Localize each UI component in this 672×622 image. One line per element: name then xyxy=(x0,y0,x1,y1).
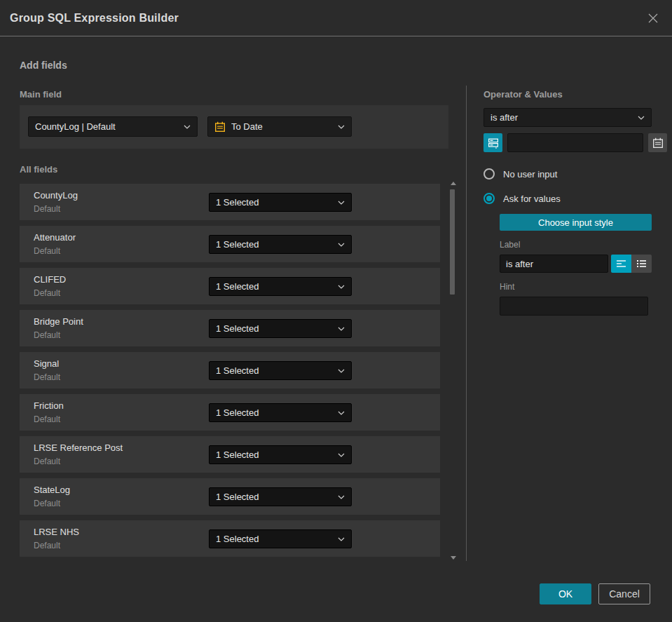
chevron-down-icon xyxy=(184,125,191,129)
field-card: Attenuator Default 1 Selected xyxy=(20,226,440,262)
hint-input[interactable] xyxy=(500,297,648,316)
operator-values-heading: Operator & Values xyxy=(484,89,563,100)
field-type: Default xyxy=(34,246,60,256)
field-name: Signal xyxy=(34,358,59,369)
field-name: LRSE Reference Post xyxy=(34,442,123,453)
fields-list-scrollbar[interactable] xyxy=(448,180,457,561)
bulleted-list-icon xyxy=(636,259,647,269)
ok-button[interactable]: OK xyxy=(540,583,591,604)
radio-ask-for-values[interactable]: Ask for values xyxy=(484,193,652,204)
field-type: Default xyxy=(34,541,60,550)
field-selection-dropdown[interactable]: 1 Selected xyxy=(209,529,352,548)
field-card: CLIFED Default 1 Selected xyxy=(20,268,440,304)
field-type: Default xyxy=(34,288,60,298)
field-selection-value: 1 Selected xyxy=(216,365,338,376)
field-card: Bridge Point Default 1 Selected xyxy=(20,310,440,346)
radio-circle-icon-checked[interactable] xyxy=(484,193,495,204)
chevron-down-icon xyxy=(338,327,345,331)
dialog-footer: OK Cancel xyxy=(540,583,650,604)
field-selection-value: 1 Selected xyxy=(216,323,338,334)
dialog-titlebar: Group SQL Expression Builder xyxy=(0,0,672,36)
field-card: LRSE Reference Post Default 1 Selected xyxy=(20,436,440,473)
field-selection-dropdown[interactable]: 1 Selected xyxy=(209,403,352,422)
chevron-down-icon xyxy=(338,243,345,247)
list-style-button[interactable] xyxy=(631,255,652,273)
chevron-down-icon xyxy=(338,285,345,289)
field-card: Signal Default 1 Selected xyxy=(20,352,440,388)
value-input[interactable] xyxy=(507,133,643,152)
field-card: LRSE NHS Default 1 Selected xyxy=(20,520,440,557)
field-type: Default xyxy=(34,204,60,214)
field-selection-dropdown[interactable]: 1 Selected xyxy=(209,487,352,506)
field-type: Default xyxy=(34,414,60,424)
field-type: Default xyxy=(34,330,60,340)
field-name: Bridge Point xyxy=(34,316,83,327)
field-selection-value: 1 Selected xyxy=(216,239,338,250)
date-picker-button[interactable] xyxy=(648,133,667,152)
main-field-heading: Main field xyxy=(20,89,62,100)
field-selection-value: 1 Selected xyxy=(216,449,338,460)
all-fields-heading: All fields xyxy=(20,164,57,175)
field-selection-dropdown[interactable]: 1 Selected xyxy=(209,445,352,464)
radio-no-user-input[interactable]: No user input xyxy=(484,168,652,180)
field-type: Default xyxy=(34,457,60,466)
operator-values-panel: is after No user input xyxy=(484,108,652,316)
calendar-icon xyxy=(214,121,226,133)
field-selection-value: 1 Selected xyxy=(216,534,338,544)
field-name: LRSE NHS xyxy=(34,527,79,537)
dialog-title: Group SQL Expression Builder xyxy=(10,12,179,25)
scroll-up-icon[interactable] xyxy=(451,182,456,185)
chevron-down-icon xyxy=(338,495,345,499)
field-selection-value: 1 Selected xyxy=(216,281,338,292)
operator-dropdown[interactable]: is after xyxy=(484,108,652,127)
hint-caption: Hint xyxy=(500,282,652,292)
field-selection-dropdown[interactable]: 1 Selected xyxy=(209,361,352,380)
field-card: CountyLog Default 1 Selected xyxy=(20,184,440,220)
radio-circle-icon[interactable] xyxy=(484,168,495,180)
scrollbar-thumb[interactable] xyxy=(450,189,455,295)
align-left-icon xyxy=(616,259,626,269)
single-line-style-button[interactable] xyxy=(611,255,631,273)
field-name: Attenuator xyxy=(34,232,76,243)
field-selection-value: 1 Selected xyxy=(216,492,338,502)
label-input[interactable] xyxy=(500,255,608,273)
chevron-down-icon xyxy=(338,369,345,373)
main-field-panel: CountyLog | Default To Date xyxy=(20,105,448,149)
radio-ask-for-values-label: Ask for values xyxy=(503,194,561,204)
cancel-button[interactable]: Cancel xyxy=(598,583,650,604)
all-fields-list: CountyLog Default 1 Selected Attenuator … xyxy=(20,181,440,557)
field-selection-value: 1 Selected xyxy=(216,407,338,418)
field-type: Default xyxy=(34,499,60,508)
date-field-dropdown-value: To Date xyxy=(231,121,332,132)
chevron-down-icon xyxy=(638,116,645,120)
field-selection-dropdown[interactable]: 1 Selected xyxy=(209,193,352,212)
panel-divider xyxy=(466,86,467,561)
field-name: CountyLog xyxy=(34,190,78,201)
main-field-dropdown-value: CountyLog | Default xyxy=(35,121,184,132)
field-name: StateLog xyxy=(34,485,70,495)
chevron-down-icon xyxy=(338,453,345,457)
close-icon[interactable] xyxy=(645,11,661,26)
add-fields-heading: Add fields xyxy=(20,60,67,71)
main-field-dropdown[interactable]: CountyLog | Default xyxy=(28,116,198,137)
field-selection-dropdown[interactable]: 1 Selected xyxy=(209,235,352,254)
field-selection-dropdown[interactable]: 1 Selected xyxy=(209,277,352,296)
scroll-down-icon[interactable] xyxy=(451,556,456,560)
field-card: Friction Default 1 Selected xyxy=(20,394,440,431)
unique-values-button[interactable] xyxy=(484,133,502,152)
field-type: Default xyxy=(34,372,60,382)
chevron-down-icon xyxy=(338,201,345,205)
radio-no-user-input-label: No user input xyxy=(503,169,557,180)
label-caption: Label xyxy=(500,240,652,250)
choose-input-style-button[interactable]: Choose input style xyxy=(500,214,652,231)
chevron-down-icon xyxy=(338,537,345,541)
field-selection-dropdown[interactable]: 1 Selected xyxy=(209,319,352,338)
calendar-icon xyxy=(652,137,664,149)
field-selection-value: 1 Selected xyxy=(216,197,338,208)
field-name: CLIFED xyxy=(34,274,66,285)
field-name: Friction xyxy=(34,400,64,411)
date-field-dropdown[interactable]: To Date xyxy=(207,116,352,137)
stacked-rows-icon xyxy=(488,137,499,149)
chevron-down-icon xyxy=(338,125,345,129)
chevron-down-icon xyxy=(338,411,345,415)
